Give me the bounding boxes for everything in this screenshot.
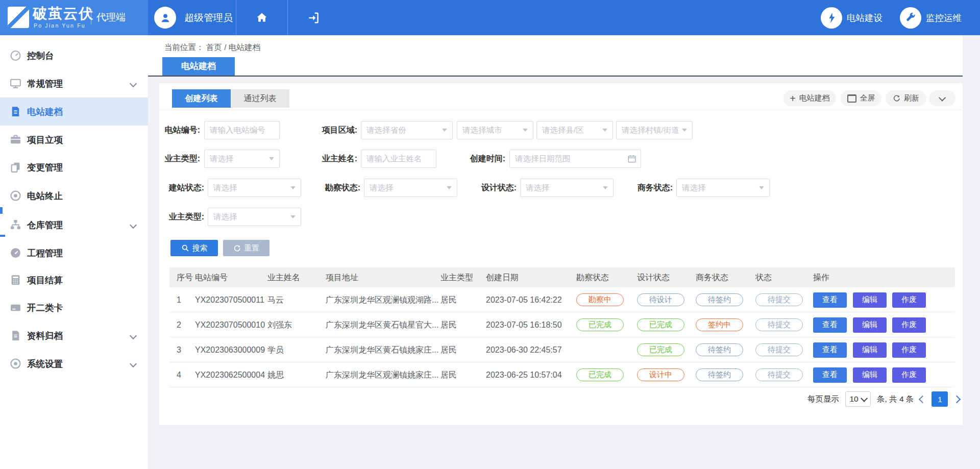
sidebar-item-data-archive[interactable]: 资料归档	[0, 322, 148, 350]
design-status-badge: 待设计	[637, 293, 684, 306]
logo-area[interactable]: 破茧云伏 Po Jian Yun Fu 代理端	[0, 0, 148, 35]
cell-owner-type: 居民	[440, 287, 457, 312]
search-icon	[181, 244, 189, 252]
province-select[interactable]: 请选择省份	[361, 121, 453, 139]
home-icon	[255, 11, 268, 24]
breadcrumb-home-link[interactable]: 首页	[206, 43, 222, 52]
town-select[interactable]: 请选择村镇/街道	[616, 121, 693, 139]
owner-type2-label: 业主类型:	[163, 208, 204, 226]
status-badge: 待提交	[755, 368, 803, 381]
cell-station-code: YX2023070500010	[195, 312, 265, 337]
sidebar-item-station-terminate[interactable]: 电站终止	[0, 182, 148, 210]
sidebar-item-project-settlement[interactable]: 项目结算	[0, 266, 148, 294]
collapse-toolbar-button[interactable]	[929, 90, 955, 106]
cell-address: 广东深圳龙华区黄石镇姚家庄...	[326, 337, 438, 362]
search-button[interactable]: 搜索	[170, 240, 218, 256]
build-status-select[interactable]: 请选择	[208, 179, 301, 197]
column-header: 创建日期	[486, 267, 519, 287]
edit-button[interactable]: 编辑	[853, 317, 887, 333]
cell-station-code: YX2023063000009	[195, 337, 265, 362]
date-range-input[interactable]	[510, 150, 641, 167]
fullscreen-label: 全屏	[860, 93, 875, 103]
cell-owner-type: 居民	[440, 337, 457, 362]
sidebar-item-label: 常规管理	[27, 78, 63, 90]
home-button[interactable]	[236, 0, 287, 35]
owner-name-input[interactable]	[361, 150, 436, 167]
design-status-badge: 已完成	[637, 343, 684, 356]
station-no-input[interactable]	[205, 121, 279, 139]
table-row: 1 YX2023070500011 马云 广东深圳龙华区观澜镇观湖路... 居民…	[169, 287, 955, 312]
nav-label: 监控运维	[926, 12, 962, 24]
next-page-icon[interactable]	[953, 395, 961, 403]
sidebar-item-label: 项目立项	[27, 134, 63, 146]
sidebar-item-open-card[interactable]: 开二类卡	[0, 293, 148, 322]
sidebar-item-general-mgmt[interactable]: 常规管理	[0, 69, 148, 97]
tab-create-list[interactable]: 创建列表	[172, 89, 231, 108]
void-button[interactable]: 作废	[892, 292, 926, 308]
logout-button[interactable]	[287, 0, 339, 35]
edit-button[interactable]: 编辑	[853, 367, 887, 383]
design-status-select[interactable]: 请选择	[520, 179, 614, 197]
sidebar-item-warehouse-mgmt[interactable]: 仓库管理	[0, 211, 148, 239]
logo-icon	[8, 7, 29, 28]
cell-create-date: 2023-07-05 16:18:50	[486, 312, 562, 337]
view-button[interactable]: 查看	[813, 367, 847, 383]
caret-down-icon	[603, 186, 608, 189]
calendar-icon[interactable]	[627, 154, 636, 163]
cell-address: 广东深圳龙华区观澜镇观湖路...	[326, 287, 438, 312]
survey-status-select[interactable]: 请选择	[364, 179, 457, 197]
briefcase-icon	[9, 133, 22, 146]
column-header: 序号	[177, 267, 193, 287]
edit-button[interactable]: 编辑	[853, 342, 887, 358]
cell-owner-type: 居民	[440, 312, 457, 337]
business-status-badge: 签约中	[696, 318, 743, 331]
county-select[interactable]: 请选择县/区	[536, 121, 613, 139]
view-button[interactable]: 查看	[813, 292, 847, 308]
owner-type-select[interactable]: 请选择	[204, 150, 280, 168]
user-name: 超级管理员	[184, 0, 233, 35]
owner-type2-select[interactable]: 请选择	[208, 208, 301, 226]
chevron-down-icon	[130, 332, 137, 339]
chevron-down-icon	[861, 395, 868, 402]
caret-down-icon	[682, 129, 687, 132]
chevron-down-icon	[130, 80, 137, 87]
void-button[interactable]: 作废	[892, 317, 926, 333]
refresh-button[interactable]: 刷新	[886, 90, 926, 106]
per-page-select[interactable]: 10	[845, 391, 871, 407]
cell-owner-name: 学员	[267, 337, 284, 362]
sidebar-item-engineering-mgmt[interactable]: 工程管理	[0, 239, 148, 267]
reset-button[interactable]: 重置	[223, 240, 270, 256]
survey-status-badge: 已完成	[576, 368, 624, 381]
page-number-button[interactable]: 1	[932, 391, 948, 407]
caret-down-icon	[290, 215, 296, 218]
nav-monitor-ops[interactable]: 监控运维	[900, 7, 962, 29]
prev-page-icon[interactable]	[919, 395, 927, 403]
view-button[interactable]: 查看	[813, 317, 847, 333]
column-header: 商务状态	[696, 267, 728, 287]
wrench-icon	[900, 7, 921, 29]
void-button[interactable]: 作废	[892, 367, 926, 383]
business-status-select[interactable]: 请选择	[676, 179, 770, 197]
status-badge: 待提交	[755, 318, 803, 331]
sidebar-item-console[interactable]: 控制台	[0, 41, 148, 69]
sidebar-item-station-archive[interactable]: 电站建档	[0, 97, 148, 126]
page-tab-station-archive[interactable]: 电站建档	[162, 57, 235, 76]
view-button[interactable]: 查看	[813, 342, 847, 358]
column-header: 勘察状态	[576, 267, 609, 287]
sidebar-item-project-approval[interactable]: 项目立项	[0, 126, 148, 154]
sidebar-item-system-settings[interactable]: 系统设置	[0, 350, 148, 378]
calculator-icon	[9, 274, 22, 286]
add-station-button[interactable]: + 电站建档	[783, 90, 836, 106]
city-select[interactable]: 请选择城市	[457, 121, 533, 139]
survey-status-label: 勘察状态:	[320, 179, 360, 197]
tab-passed-list[interactable]: 通过列表	[231, 89, 289, 108]
nav-station-build[interactable]: 电站建设	[821, 7, 883, 29]
per-page-label: 每页显示	[807, 394, 839, 405]
monitor-icon	[9, 77, 22, 90]
breadcrumb: 当前位置： 首页 / 电站建档	[164, 42, 260, 53]
sidebar-item-change-mgmt[interactable]: 变更管理	[0, 153, 148, 181]
edit-button[interactable]: 编辑	[853, 292, 887, 308]
void-button[interactable]: 作废	[892, 342, 926, 358]
user-menu[interactable]: 超级管理员	[148, 0, 236, 35]
fullscreen-button[interactable]: 全屏	[841, 90, 881, 106]
